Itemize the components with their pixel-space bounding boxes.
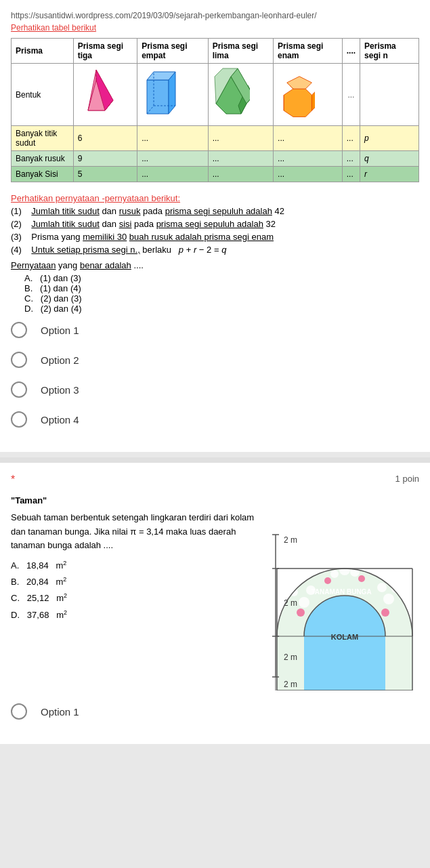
answer-d: D. (2) dan (4) [24, 304, 419, 314]
rusuk-label: Banyak rusuk [12, 151, 74, 167]
last-cell-bentuk [360, 64, 419, 126]
shape-penta-prism [208, 64, 273, 126]
question-1-card: https://susantidwi.wordpress.com/2019/03… [0, 0, 430, 452]
option-1-item[interactable]: Option 1 [11, 322, 419, 338]
rusuk-6: ... [274, 151, 343, 167]
option-1-radio[interactable] [11, 322, 27, 338]
taman-text-block: "Taman" Sebuah taman berbentuk setengah … [11, 494, 262, 693]
svg-text:2 m: 2 m [284, 535, 297, 545]
svg-point-36 [358, 575, 365, 582]
statements-header: Perhatikan pernyataan -pernyataan beriku… [11, 193, 419, 203]
rusuk-3: 9 [73, 151, 137, 167]
sisi-label: Banyak Sisi [12, 167, 74, 182]
taman-title: "Taman" [11, 494, 262, 508]
svg-point-29 [377, 583, 387, 592]
note-text: Perhatikan tabel berikut [11, 23, 419, 33]
svg-text:2 m: 2 m [284, 653, 297, 662]
col-header-segi5: Prisma segi lima [208, 39, 273, 64]
svg-point-34 [381, 608, 389, 617]
statement-3: (3) Prisma yang memiliki 30 buah rusuk a… [11, 232, 419, 242]
col-header-segi6: Prisma segi enam [274, 39, 343, 64]
q2-option-1-label: Option 1 [41, 706, 79, 718]
statement-2: (2) Jumlah titik sudut dan sisi pada pri… [11, 219, 419, 229]
question2-options: Option 1 [11, 703, 419, 720]
prisma-table: Prisma Prisma segi tiga Prisma segi empa… [11, 38, 419, 182]
taman-section: "Taman" Sebuah taman berbentuk setengah … [11, 494, 419, 693]
statements-section: Perhatikan pernyataan -pernyataan beriku… [11, 193, 419, 314]
option-3-item[interactable]: Option 3 [11, 381, 419, 398]
option-3-radio[interactable] [11, 381, 27, 398]
svg-text:KOLAM: KOLAM [331, 633, 358, 641]
titik-sudut-dots: ... [342, 126, 360, 151]
titik-sudut-5: ... [208, 126, 273, 151]
statement-4: (4) Untuk setiap prisma segi n., berlaku… [11, 245, 419, 255]
option-3-label: Option 3 [41, 384, 79, 396]
rusuk-5: ... [208, 151, 273, 167]
col-header-segi4: Prisma segi empat [137, 39, 209, 64]
option-2-label: Option 2 [41, 354, 79, 366]
points-text: 1 poin [395, 474, 419, 484]
svg-point-31 [330, 570, 339, 578]
svg-marker-16 [284, 89, 311, 117]
svg-point-33 [297, 608, 305, 617]
titik-sudut-n: p [360, 126, 419, 151]
taman-diagram: 2 m 2 m 2 m 2 m TANAMAN BUNGA KOLAM [270, 494, 419, 693]
question-header: * 1 poin [11, 474, 419, 486]
svg-text:TANAMAN BUNGA: TANAMAN BUNGA [311, 588, 371, 596]
required-asterisk: * [11, 474, 15, 486]
svg-point-27 [383, 594, 394, 604]
col-header-segi3: Prisma segi tiga [73, 39, 137, 64]
taman-answer-d: D. 37,68 m2 [11, 608, 262, 623]
bentuk-label: Bentuk [12, 64, 74, 126]
sisi-6: ... [274, 167, 343, 182]
option-4-item[interactable]: Option 4 [11, 411, 419, 428]
option-4-label: Option 4 [41, 414, 79, 426]
pernyataan-text: Pernyataan yang benar adalah .... [11, 260, 419, 270]
dots-cell: ... [342, 64, 360, 126]
rusuk-4: ... [137, 151, 209, 167]
answer-b: B. (1) dan (4) [24, 283, 419, 293]
option-2-radio[interactable] [11, 352, 27, 368]
svg-marker-17 [311, 89, 315, 110]
titik-sudut-3: 6 [73, 126, 137, 151]
shape-square-prism [137, 64, 209, 126]
svg-point-24 [299, 597, 309, 608]
rusuk-n: q [360, 151, 419, 167]
answer-c: C. (2) dan (3) [24, 293, 419, 304]
sisi-5: ... [208, 167, 273, 182]
taman-answers: A. 18,84 m2 B. 20,84 m2 C. 25,12 m2 D. 3… [11, 558, 262, 623]
shape-hex-prism [274, 64, 343, 126]
q2-option-1-radio[interactable] [11, 703, 27, 720]
svg-marker-6 [147, 80, 169, 114]
taman-description: Sebuah taman berbentuk setengah lingkara… [11, 511, 262, 553]
titik-sudut-4: ... [137, 126, 209, 151]
answer-a: A. (1) dan (3) [24, 273, 419, 283]
sisi-n: r [360, 167, 419, 182]
url-text: https://susantidwi.wordpress.com/2019/03… [11, 11, 419, 20]
sisi-3: 5 [73, 167, 137, 182]
col-header-dots: .... [342, 39, 360, 64]
taman-answer-c: C. 25,12 m2 [11, 591, 262, 606]
svg-marker-18 [287, 77, 312, 89]
svg-point-35 [324, 577, 331, 584]
options-section: Option 1 Option 2 Option 3 Option 4 [11, 322, 419, 428]
taman-answer-a: A. 18,84 m2 [11, 558, 262, 573]
titik-sudut-label: Banyak titik sudut [12, 126, 74, 151]
titik-sudut-6: ... [274, 126, 343, 151]
shape-triangle-prism [73, 64, 137, 126]
question-2-card: * 1 poin "Taman" Sebuah taman berbentuk … [0, 463, 430, 744]
answers-list: A. (1) dan (3) B. (1) dan (4) C. (2) dan… [24, 273, 419, 314]
q2-option-1-item[interactable]: Option 1 [11, 703, 419, 720]
col-header-segin: Perisma segi n [360, 39, 419, 64]
sisi-dots: ... [342, 167, 360, 182]
statement-1: (1) Jumlah titik sudut dan rusuk pada pr… [11, 206, 419, 216]
sisi-4: ... [137, 167, 209, 182]
svg-point-30 [339, 564, 350, 575]
option-4-radio[interactable] [11, 411, 27, 428]
svg-text:2 m: 2 m [284, 680, 297, 689]
option-1-label: Option 1 [41, 325, 79, 336]
section-divider [0, 457, 430, 463]
option-2-item[interactable]: Option 2 [11, 352, 419, 368]
col-header-prisma: Prisma [12, 39, 74, 64]
taman-answer-b: B. 20,84 m2 [11, 575, 262, 590]
